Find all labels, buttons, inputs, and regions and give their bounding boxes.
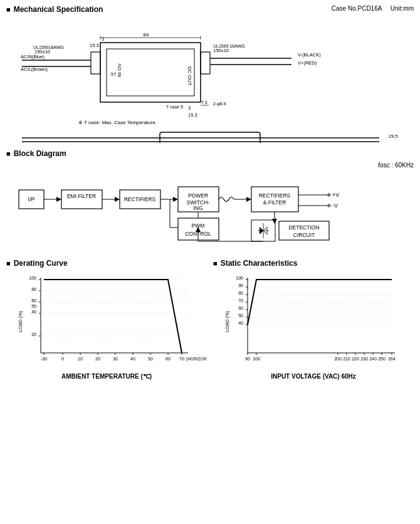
svg-text:PWM: PWM [192, 223, 205, 229]
svg-text:AC/N(Blue): AC/N(Blue) [21, 54, 45, 60]
svg-text:210: 210 [343, 357, 350, 361]
svg-text:230: 230 [360, 357, 368, 361]
bottom-sections: Derating Curve 100 80 60 50 40 20 [6, 259, 414, 380]
derating-chart: 100 80 60 50 40 20 -30 [6, 271, 207, 372]
svg-text:3: 3 [188, 105, 191, 111]
svg-marker-45 [115, 197, 120, 202]
svg-text:60: 60 [238, 306, 243, 310]
block-diagram-title: Block Diagram [14, 149, 66, 158]
svg-text:RECTIFIERS: RECTIFIERS [124, 196, 156, 202]
svg-text:-V: -V [332, 202, 338, 209]
svg-text:15.3: 15.3 [188, 112, 197, 118]
svg-text:EMI FILTER: EMI FILTER [67, 193, 96, 199]
derating-curve-section: Derating Curve 100 80 60 50 40 20 [6, 259, 207, 380]
svg-text:V+(RED): V+(RED) [298, 60, 317, 66]
static-char-section: Static Characteristics 100 90 80 70 60 5… [213, 259, 414, 380]
svg-text:NI OV: NI OV [117, 63, 122, 77]
svg-rect-18 [201, 52, 210, 74]
svg-text:LOAD (%): LOAD (%) [224, 310, 230, 332]
svg-text:POWER: POWER [188, 192, 208, 199]
svg-text:60: 60 [31, 298, 36, 303]
svg-text:-30: -30 [41, 357, 47, 361]
svg-text:+V: +V [332, 192, 339, 198]
svg-marker-49 [173, 197, 178, 202]
svg-text:2-φ8.9: 2-φ8.9 [213, 102, 226, 107]
svg-text:60: 60 [165, 357, 171, 361]
static-header: Static Characteristics [213, 259, 414, 268]
svg-text:5: 5 [181, 104, 183, 110]
svg-text:CIRCUIT: CIRCUIT [293, 232, 315, 238]
unit: Unit:mm [391, 5, 414, 12]
svg-text:90: 90 [238, 283, 243, 288]
svg-marker-55 [246, 197, 251, 202]
svg-text:RECTIFIERS: RECTIFIERS [259, 192, 291, 199]
static-chart: 100 90 80 70 60 50 40 [213, 271, 414, 372]
block-diagram: I/P EMI FILTER RECTIFIERS POWER SWITCH- … [6, 171, 414, 253]
mech-diagram: AC/N(Blue) AC/L(Brown) 150±10 UL156918AW… [6, 18, 414, 143]
svg-text:DC OUT: DC OUT [187, 66, 192, 86]
derating-x-label: AMBIENT TEMPERATURE (℃) [6, 373, 207, 380]
svg-text:220: 220 [352, 357, 359, 361]
svg-text:100: 100 [253, 357, 260, 361]
svg-text:30: 30 [113, 357, 118, 361]
svg-text:250: 250 [378, 357, 386, 361]
svg-text:80: 80 [31, 287, 36, 291]
svg-text:57: 57 [111, 71, 116, 77]
svg-text:50: 50 [31, 304, 36, 308]
svg-text:20: 20 [95, 357, 100, 361]
svg-text:CONTROL: CONTROL [185, 231, 211, 237]
case-no: Case No.PCD16A [332, 5, 382, 12]
svg-marker-75 [272, 219, 277, 224]
svg-text:I/P: I/P [28, 196, 34, 202]
mechanical-spec-section: Mechanical Specification Case No.PCD16A … [6, 5, 414, 143]
svg-text:20: 20 [31, 332, 36, 337]
svg-text:50: 50 [238, 313, 243, 318]
svg-text:240: 240 [369, 357, 377, 361]
svg-text:UL156918AWG: UL156918AWG [33, 45, 64, 50]
svg-text:100: 100 [236, 276, 243, 280]
case-info: Case No.PCD16A Unit:mm [332, 5, 414, 12]
derating-title: Derating Curve [14, 259, 68, 268]
svg-text:T case: T case [166, 105, 179, 109]
svg-text:LOAD (%): LOAD (%) [18, 310, 23, 332]
svg-text:※ T case: Max. Case Temperatur: ※ T case: Max. Case Temperature. [78, 120, 157, 125]
svg-text:& FILTER: & FILTER [263, 199, 286, 206]
svg-text:29.5: 29.5 [389, 134, 398, 139]
mech-spec-title: Mechanical Specification [14, 5, 103, 14]
svg-text:7.3: 7.3 [201, 100, 207, 105]
svg-text:200: 200 [334, 357, 342, 361]
svg-text:0: 0 [61, 357, 64, 361]
svg-text:ING: ING [193, 205, 202, 211]
svg-text:(HORIZONTAL): (HORIZONTAL) [186, 357, 207, 362]
svg-text:40: 40 [31, 310, 36, 314]
svg-text:90: 90 [245, 357, 250, 361]
svg-text:V-(BLACK): V-(BLACK) [298, 52, 321, 58]
svg-text:AC/L(Brown): AC/L(Brown) [21, 66, 48, 72]
static-title: Static Characteristics [221, 259, 298, 268]
svg-marker-71 [260, 227, 263, 234]
svg-text:UL1569 18AWG: UL1569 18AWG [213, 44, 245, 48]
block-diagram-header: Block Diagram [6, 149, 414, 158]
derating-header: Derating Curve [6, 259, 207, 268]
svg-marker-41 [56, 197, 61, 202]
fosc-label: fosc : 60KHz [6, 162, 414, 169]
svg-text:100: 100 [29, 276, 36, 280]
svg-text:150±10: 150±10 [213, 48, 229, 53]
svg-text:150±10: 150±10 [34, 49, 50, 55]
svg-text:264: 264 [388, 357, 396, 361]
svg-rect-6 [91, 52, 100, 74]
svg-text:10: 10 [78, 357, 83, 361]
svg-text:DETECTION: DETECTION [288, 224, 319, 231]
svg-text:40: 40 [238, 321, 243, 325]
svg-text:50: 50 [148, 357, 153, 361]
svg-text:15.3: 15.3 [90, 43, 99, 48]
svg-text:70: 70 [179, 357, 184, 361]
svg-text:84: 84 [144, 32, 149, 38]
svg-text:3: 3 [102, 36, 104, 42]
svg-text:70: 70 [238, 298, 243, 303]
svg-text:80: 80 [238, 291, 243, 295]
block-diagram-section: Block Diagram fosc : 60KHz I/P EMI FILTE… [6, 149, 414, 253]
svg-text:40: 40 [130, 357, 135, 361]
static-x-label: INPUT VOLTAGE (VAC) 60Hz [213, 373, 414, 380]
